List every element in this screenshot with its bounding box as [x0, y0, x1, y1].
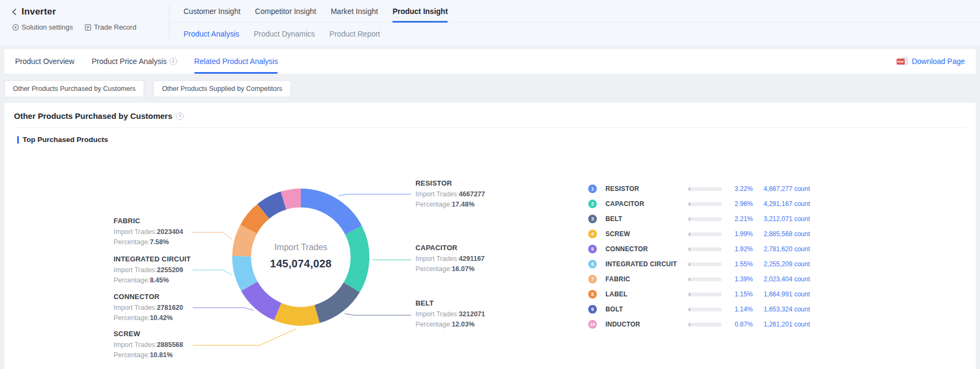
- clipboard-icon: [84, 24, 91, 31]
- section-accent-bar: [17, 136, 19, 144]
- filter-button-row: Other Products Purchased by CustomersOth…: [4, 80, 976, 97]
- tab-market-insight[interactable]: Market Insight: [330, 0, 378, 22]
- share-percent: 3.22%: [726, 185, 753, 193]
- back-button[interactable]: [12, 8, 17, 16]
- rank-list: 1RESISTOR3.22%4,667,277 count2CAPACITOR2…: [588, 181, 810, 332]
- donut-center-label: Import Trades: [242, 243, 360, 252]
- header-left: Inverter Solution settings Trade Record: [0, 0, 170, 45]
- pdf-icon: PDF: [897, 57, 908, 66]
- callout-label: Percentage:: [114, 276, 150, 284]
- share-percent: 1.92%: [726, 245, 753, 253]
- rank-badge: 2: [588, 200, 597, 208]
- progress-bar: [688, 308, 722, 311]
- callout-percentage: Percentage:8.45%: [114, 275, 200, 286]
- trade-count: 2,781,620 count: [757, 245, 810, 253]
- callout-product-name: CAPACITOR: [415, 243, 502, 252]
- callout-connector: CONNECTORImport Trades:2781620Percentage…: [114, 292, 200, 323]
- subtab-product-report[interactable]: Product Report: [329, 30, 380, 38]
- callout-label: Percentage:: [415, 321, 452, 328]
- progress-fill: [688, 247, 690, 251]
- rank-badge: 1: [588, 184, 597, 193]
- progress-bar: [688, 247, 722, 251]
- trade-count: 1,653,324 count: [757, 306, 810, 313]
- trade-record-link[interactable]: Trade Record: [84, 23, 136, 31]
- rank-badge: 8: [588, 290, 597, 299]
- callout-product-name: SCREW: [114, 329, 200, 338]
- callout-import-trades: Import Trades:3212071: [415, 309, 502, 320]
- filter-other-products-purchased-by-customers[interactable]: Other Products Purchased by Customers: [4, 80, 144, 97]
- target-icon: [12, 24, 19, 31]
- callout-import-trades: Import Trades:2023404: [114, 227, 200, 237]
- solution-settings-link[interactable]: Solution settings: [12, 23, 73, 31]
- progress-bar: [688, 232, 722, 236]
- divider: [14, 127, 966, 128]
- trade-count: 4,667,277 count: [757, 185, 810, 193]
- callout-product-name: INTEGRATED CIRCUIT: [114, 254, 200, 264]
- donut-segment-belt[interactable]: [317, 287, 351, 314]
- callout-value: 2023404: [157, 228, 184, 236]
- callout-value: 7.58%: [150, 238, 168, 246]
- progress-bar: [688, 202, 722, 206]
- subtab-product-dynamics[interactable]: Product Dynamics: [254, 30, 315, 38]
- trade-count: 4,291,167 count: [757, 200, 810, 208]
- tab-customer-insight[interactable]: Customer Insight: [184, 0, 241, 22]
- callout-belt: BELTImport Trades:3212071Percentage:12.0…: [415, 299, 502, 330]
- download-page-label: Download Page: [912, 57, 965, 66]
- callout-value: 2885568: [157, 341, 184, 349]
- callout-value: 2255209: [157, 266, 184, 274]
- download-page-link[interactable]: PDF Download Page: [897, 57, 965, 66]
- donut-segment-inductor[interactable]: [284, 198, 301, 201]
- toolbar-tab-related-product-analysis[interactable]: Related Product Analysis: [194, 49, 278, 74]
- rank-name: FABRIC: [605, 275, 684, 283]
- rank-badge: 4: [588, 230, 597, 238]
- rank-name: INTEGRATED CIRCUIT: [605, 260, 684, 268]
- share-percent: 1.55%: [726, 260, 753, 268]
- tab-competitor-insight[interactable]: Competitor Insight: [255, 0, 316, 22]
- toolbar-tab-label: Product Price Analysis: [91, 57, 166, 66]
- callout-label: Import Trades:: [114, 304, 157, 311]
- callout-label: Import Trades:: [415, 255, 459, 262]
- trade-count: 3,212,071 count: [757, 215, 810, 223]
- donut-segment-label[interactable]: [249, 211, 263, 229]
- progress-bar: [688, 323, 722, 327]
- callout-import-trades: Import Trades:2781620: [114, 303, 200, 313]
- donut-segment-bolt[interactable]: [263, 201, 283, 211]
- info-icon: i: [170, 58, 177, 65]
- tab-product-insight[interactable]: Product Insight: [392, 0, 448, 22]
- toolbar-tab-product-overview[interactable]: Product Overview: [15, 49, 74, 74]
- progress-bar: [688, 293, 722, 296]
- callout-label: Import Trades:: [114, 266, 157, 274]
- callout-value: 4291167: [459, 255, 485, 262]
- subtab-product-analysis[interactable]: Product Analysis: [184, 30, 239, 38]
- trade-count: 1,261,201 count: [757, 321, 810, 328]
- donut-segment-resistor[interactable]: [301, 198, 354, 230]
- toolbar-tab-label: Product Overview: [15, 57, 74, 66]
- page-title: Inverter: [22, 6, 56, 17]
- callout-value: 3212071: [459, 310, 485, 318]
- share-percent: 2.21%: [726, 215, 753, 223]
- content-panel: Other Products Purchased by Customers i …: [4, 103, 976, 369]
- progress-fill: [688, 187, 690, 191]
- rank-row-integrated-circuit: 6INTEGRATED CIRCUIT1.55%2,255,209 count: [588, 257, 810, 272]
- callout-product-name: FABRIC: [114, 216, 200, 225]
- callout-label: Percentage:: [415, 201, 452, 208]
- info-icon[interactable]: i: [176, 112, 184, 120]
- callout-integrated-circuit: INTEGRATED CIRCUITImport Trades:2255209P…: [114, 254, 200, 286]
- progress-bar: [688, 278, 722, 281]
- share-percent: 1.15%: [726, 290, 753, 298]
- callout-percentage: Percentage:10.42%: [114, 313, 200, 323]
- callout-value: 17.48%: [452, 201, 474, 208]
- rank-row-bolt: 9BOLT1.14%1,653,324 count: [588, 302, 810, 317]
- progress-bar: [688, 262, 722, 266]
- solution-settings-label: Solution settings: [22, 23, 73, 31]
- filter-other-products-supplied-by-competitors[interactable]: Other Products Supplied by Competitors: [153, 80, 291, 97]
- callout-percentage: Percentage:16.07%: [415, 264, 502, 274]
- donut-segment-connector[interactable]: [249, 286, 278, 311]
- rank-row-capacitor: 2CAPACITOR2.96%4,291,167 count: [588, 196, 810, 211]
- callout-percentage: Percentage:10.81%: [114, 350, 200, 360]
- callout-value: 4667277: [459, 190, 485, 198]
- donut-segment-screw[interactable]: [278, 311, 317, 316]
- toolbar-tab-product-price-analysis[interactable]: Product Price Analysisi: [91, 49, 177, 74]
- rank-name: LABEL: [605, 290, 684, 298]
- callout-screw: SCREWImport Trades:2885568Percentage:10.…: [114, 329, 200, 360]
